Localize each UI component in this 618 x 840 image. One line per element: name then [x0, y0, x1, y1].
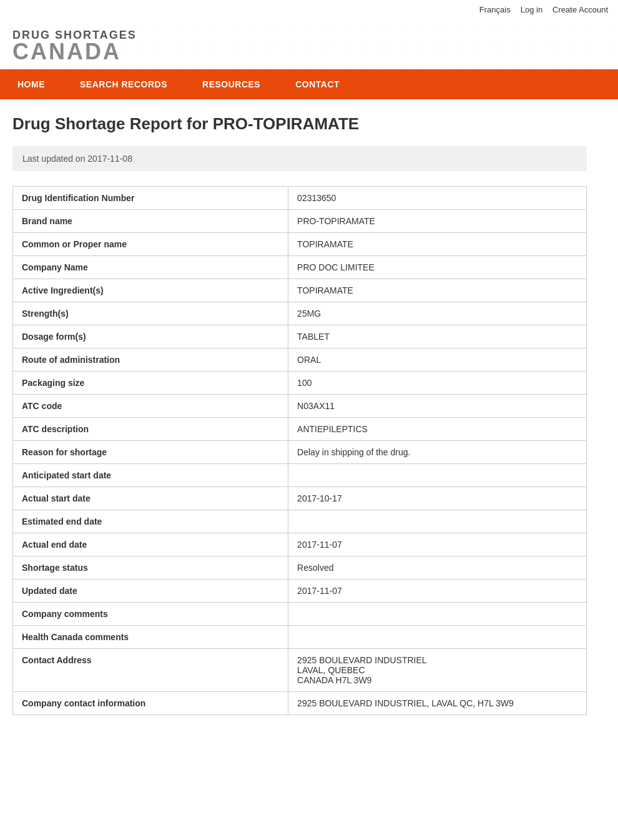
nav-item-contact[interactable]: CONTACT: [278, 69, 357, 99]
row-label: Company comments: [13, 603, 288, 626]
row-label: Health Canada comments: [13, 626, 288, 649]
row-value: [288, 603, 587, 626]
row-value: [288, 626, 587, 649]
row-label: Packaging size: [13, 372, 288, 395]
row-value: TOPIRAMATE: [288, 279, 587, 302]
row-value: Delay in shipping of the drug.: [288, 441, 587, 464]
row-label: Contact Address: [13, 649, 288, 692]
table-row: Packaging size100: [13, 372, 587, 395]
login-link[interactable]: Log in: [521, 5, 542, 14]
table-row: Company comments: [13, 603, 587, 626]
main-content: Drug Shortage Report for PRO-TOPIRAMATE …: [0, 99, 599, 730]
table-row: Actual start date2017-10-17: [13, 487, 587, 510]
page-title: Drug Shortage Report for PRO-TOPIRAMATE: [12, 114, 587, 134]
row-label: Company Name: [13, 256, 288, 279]
row-value: 02313650: [288, 187, 587, 210]
logo-bottom-text: CANADA: [12, 41, 606, 63]
row-value: 2925 BOULEVARD INDUSTRIELLAVAL, QUEBECCA…: [288, 649, 587, 692]
row-label: ATC code: [13, 395, 288, 418]
row-value: 100: [288, 372, 587, 395]
table-row: Actual end date2017-11-07: [13, 533, 587, 556]
last-updated-text: Last updated on 2017-11-08: [22, 154, 132, 164]
row-label: Anticipated start date: [13, 464, 288, 487]
row-value: N03AX11: [288, 395, 587, 418]
table-row: ATC descriptionANTIEPILEPTICS: [13, 418, 587, 441]
table-row: Active Ingredient(s)TOPIRAMATE: [13, 279, 587, 302]
row-label: Estimated end date: [13, 510, 288, 533]
row-value: 25MG: [288, 302, 587, 325]
table-row: Common or Proper nameTOPIRAMATE: [13, 233, 587, 256]
site-header: DRUG SHORTAGES CANADA: [0, 19, 618, 69]
row-value: 2017-10-17: [288, 487, 587, 510]
row-label: ATC description: [13, 418, 288, 441]
row-label: Common or Proper name: [13, 233, 288, 256]
row-label: Company contact information: [13, 692, 288, 715]
table-row: Dosage form(s)TABLET: [13, 325, 587, 348]
row-label: Brand name: [13, 210, 288, 233]
top-bar: Français Log in Create Account: [0, 0, 618, 19]
table-row: Estimated end date: [13, 510, 587, 533]
table-row: Contact Address2925 BOULEVARD INDUSTRIEL…: [13, 649, 587, 692]
drug-info-table: Drug Identification Number02313650Brand …: [12, 186, 587, 715]
francais-link[interactable]: Français: [479, 5, 511, 14]
table-row: Health Canada comments: [13, 626, 587, 649]
table-row: Company contact information2925 BOULEVAR…: [13, 692, 587, 715]
table-row: Strength(s)25MG: [13, 302, 587, 325]
row-label: Active Ingredient(s): [13, 279, 288, 302]
site-logo: DRUG SHORTAGES CANADA: [12, 29, 606, 63]
row-value: [288, 464, 587, 487]
table-row: Shortage statusResolved: [13, 556, 587, 580]
row-value: TOPIRAMATE: [288, 233, 587, 256]
table-row: Drug Identification Number02313650: [13, 187, 587, 210]
row-value: 2017-11-07: [288, 533, 587, 556]
table-row: Updated date2017-11-07: [13, 580, 587, 603]
row-label: Actual end date: [13, 533, 288, 556]
row-label: Updated date: [13, 580, 288, 603]
table-row: ATC codeN03AX11: [13, 395, 587, 418]
row-value: ORAL: [288, 348, 587, 372]
main-nav: HOME SEARCH RECORDS RESOURCES CONTACT: [0, 69, 618, 99]
row-label: Dosage form(s): [13, 325, 288, 348]
last-updated-bar: Last updated on 2017-11-08: [12, 146, 587, 171]
row-label: Shortage status: [13, 556, 288, 580]
table-row: Anticipated start date: [13, 464, 587, 487]
row-value: 2017-11-07: [288, 580, 587, 603]
nav-item-search-records[interactable]: SEARCH RECORDS: [62, 69, 185, 99]
row-value: Resolved: [288, 556, 587, 580]
table-row: Route of administrationORAL: [13, 348, 587, 372]
row-label: Drug Identification Number: [13, 187, 288, 210]
row-value: [288, 510, 587, 533]
nav-item-home[interactable]: HOME: [0, 69, 62, 99]
create-account-link[interactable]: Create Account: [552, 5, 608, 14]
table-row: Brand namePRO-TOPIRAMATE: [13, 210, 587, 233]
table-row: Reason for shortageDelay in shipping of …: [13, 441, 587, 464]
row-value: ANTIEPILEPTICS: [288, 418, 587, 441]
row-value: TABLET: [288, 325, 587, 348]
row-value: PRO DOC LIMITEE: [288, 256, 587, 279]
row-label: Actual start date: [13, 487, 288, 510]
row-label: Strength(s): [13, 302, 288, 325]
row-label: Route of administration: [13, 348, 288, 372]
nav-item-resources[interactable]: RESOURCES: [185, 69, 278, 99]
row-value: 2925 BOULEVARD INDUSTRIEL, LAVAL QC, H7L…: [288, 692, 587, 715]
row-value: PRO-TOPIRAMATE: [288, 210, 587, 233]
table-row: Company NamePRO DOC LIMITEE: [13, 256, 587, 279]
row-label: Reason for shortage: [13, 441, 288, 464]
